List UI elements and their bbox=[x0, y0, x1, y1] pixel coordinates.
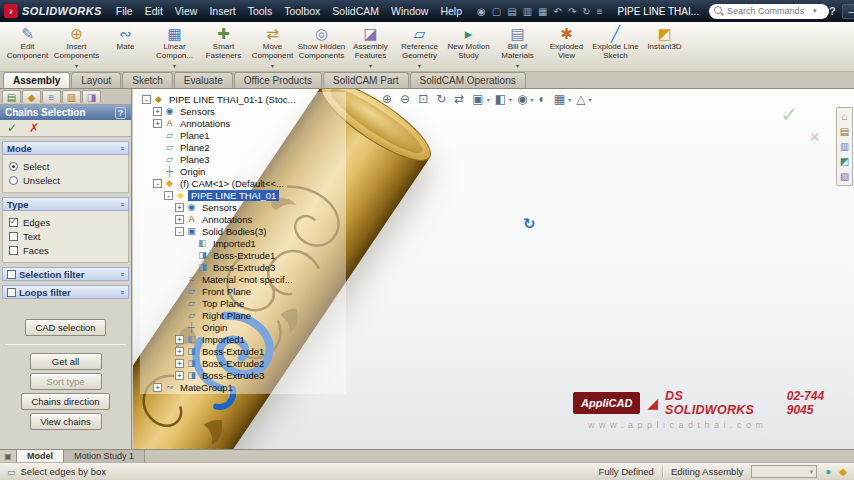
toolbar-button[interactable]: ✚ Smart Fasteners bbox=[199, 24, 248, 70]
toolbar-button[interactable]: ✱ Exploded View bbox=[542, 24, 591, 70]
redo-icon[interactable]: ↷ bbox=[565, 6, 579, 17]
panel-help-icon[interactable]: ? bbox=[115, 107, 126, 119]
radio-option[interactable]: Unselect bbox=[9, 173, 122, 187]
design-library-icon[interactable]: ▤ bbox=[840, 126, 849, 137]
mode-section-header[interactable]: Mode » bbox=[2, 141, 129, 155]
tree-item[interactable]: ▱ Right Plane bbox=[140, 309, 346, 321]
display-status-icon[interactable]: ● bbox=[825, 466, 831, 477]
hide-show-items-icon[interactable]: ◉ bbox=[514, 92, 530, 106]
tree-item[interactable]: ┼ Origin bbox=[140, 165, 346, 177]
tree-item[interactable]: ┼ Origin bbox=[140, 321, 346, 333]
dropdown-arrow-icon[interactable]: ▾ bbox=[271, 62, 274, 69]
graphics-viewport[interactable]: ⊕ ⊖ ⊡ ↻ bbox=[133, 89, 854, 449]
toolbar-button[interactable]: ▤ Bill of Materials ▾ bbox=[493, 24, 542, 70]
tree-expander-icon[interactable]: + bbox=[175, 371, 184, 380]
zoom-out-icon[interactable]: ⊖ bbox=[397, 92, 413, 106]
tree-item[interactable]: + A Annotations bbox=[140, 117, 346, 129]
configurationmanager-tab-icon[interactable]: ≡ bbox=[42, 90, 61, 103]
tree-item[interactable]: + ◨ Boss-Extrude1 bbox=[140, 345, 346, 357]
toolbar-button[interactable]: ▸ New Motion Study bbox=[444, 24, 493, 70]
tree-expander-icon[interactable]: + bbox=[153, 107, 162, 116]
tree-item[interactable]: ≡ Material <not specif... bbox=[140, 273, 346, 285]
checkbox-icon[interactable] bbox=[9, 232, 18, 241]
confirmation-corner-cancel-icon[interactable]: × bbox=[809, 127, 820, 148]
tree-item[interactable]: - ▣ Solid Bodies(3) bbox=[140, 225, 346, 237]
tree-item[interactable]: ◨ Boss-Extrude3 bbox=[140, 261, 346, 273]
menu-item[interactable]: Insert bbox=[203, 2, 241, 20]
search-input[interactable] bbox=[727, 6, 813, 16]
ribbon-tab[interactable]: Layout bbox=[71, 72, 121, 88]
radio-icon[interactable] bbox=[9, 176, 18, 185]
tree-expander-icon[interactable]: - bbox=[153, 179, 162, 188]
tree-item[interactable]: ▱ Front Plane bbox=[140, 285, 346, 297]
filter-section-header[interactable]: Loops filter » bbox=[2, 285, 129, 299]
filter-checkbox[interactable] bbox=[7, 288, 16, 297]
save-icon[interactable]: ▥ bbox=[520, 6, 535, 17]
search-box[interactable]: ▾ bbox=[709, 4, 829, 19]
display-style-icon[interactable]: ◧ bbox=[492, 92, 509, 106]
zoom-fit-icon[interactable]: ⊡ bbox=[415, 92, 431, 106]
tree-expander-icon[interactable]: - bbox=[142, 95, 151, 104]
menu-item[interactable]: Toolbox bbox=[278, 2, 326, 20]
toolbar-button[interactable]: ∾ Mate bbox=[101, 24, 150, 70]
ribbon-tab[interactable]: Evaluate bbox=[174, 72, 233, 88]
tree-item[interactable]: ▱ Plane3 bbox=[140, 153, 346, 165]
tree-item[interactable]: ◧ Imported1 bbox=[140, 237, 346, 249]
tree-item[interactable]: ▱ Plane1 bbox=[140, 129, 346, 141]
new-document-icon[interactable]: ▢ bbox=[489, 6, 504, 17]
toolbar-button[interactable]: ◩ Instant3D bbox=[640, 24, 689, 70]
tree-item[interactable]: ▱ Top Plane bbox=[140, 297, 346, 309]
pin-icon[interactable]: ◉ bbox=[474, 6, 489, 17]
rotate-view-icon[interactable]: ↻ bbox=[433, 92, 449, 106]
custom-properties-icon[interactable]: ▧ bbox=[840, 171, 849, 182]
edit-appearance-icon[interactable]: ◐ bbox=[536, 92, 549, 106]
document-tab[interactable]: Motion Study 1 bbox=[64, 450, 145, 462]
ribbon-tab[interactable]: SolidCAM Operations bbox=[410, 72, 526, 88]
checkbox-option[interactable]: Edges bbox=[9, 215, 122, 229]
menu-item[interactable]: View bbox=[169, 2, 204, 20]
zoom-in-icon[interactable]: ⊕ bbox=[379, 92, 395, 106]
tree-expander-icon[interactable]: + bbox=[175, 359, 184, 368]
tree-expander-icon[interactable]: + bbox=[175, 335, 184, 344]
tree-item[interactable]: - ◆ PIPE LINE THAI_01-1 (Stoc... bbox=[140, 93, 346, 105]
panel-button[interactable]: Sort type bbox=[30, 373, 102, 390]
filter-checkbox[interactable] bbox=[7, 270, 16, 279]
confirmation-corner-ok-icon[interactable]: ✓ bbox=[780, 103, 798, 127]
toolbar-button[interactable]: ▱ Reference Geometry ▾ bbox=[395, 24, 444, 70]
print-icon[interactable]: ▦ bbox=[535, 6, 550, 17]
checkbox-icon[interactable] bbox=[9, 218, 18, 227]
displaymanager-tab-icon[interactable]: ◨ bbox=[82, 90, 101, 103]
ribbon-tab[interactable]: Sketch bbox=[122, 72, 173, 88]
cancel-button[interactable]: ✗ bbox=[29, 121, 39, 135]
undo-icon[interactable]: ↶ bbox=[551, 6, 565, 17]
search-dropdown-icon[interactable]: ▾ bbox=[813, 7, 817, 15]
tree-item[interactable]: + ◉ Sensors bbox=[140, 201, 346, 213]
menu-item[interactable]: Edit bbox=[139, 2, 169, 20]
resources-icon[interactable]: ⌂ bbox=[841, 111, 847, 122]
menu-item[interactable]: Window bbox=[385, 2, 434, 20]
tab-options-icon[interactable]: ▣ bbox=[0, 450, 17, 462]
dropdown-arrow-icon[interactable]: ▾ bbox=[516, 62, 519, 69]
quick-tips-icon[interactable]: ◆ bbox=[839, 466, 847, 477]
view-orientation-icon[interactable]: ▣ bbox=[469, 92, 486, 106]
panel-button[interactable]: Chains direction bbox=[21, 393, 109, 410]
dropdown-arrow-icon[interactable]: ▾ bbox=[418, 62, 421, 69]
checkbox-option[interactable]: Text bbox=[9, 229, 122, 243]
propertymanager-tab-icon[interactable]: ◆ bbox=[22, 90, 41, 103]
tree-item[interactable]: + ◨ Boss-Extrude2 bbox=[140, 357, 346, 369]
radio-icon[interactable] bbox=[9, 162, 18, 171]
tree-expander-icon[interactable]: + bbox=[175, 347, 184, 356]
menu-item[interactable]: File bbox=[110, 2, 139, 20]
dropdown-arrow-icon[interactable]: ▾ bbox=[369, 62, 372, 69]
tree-item[interactable]: + ◨ Boss-Extrude3 bbox=[140, 369, 346, 381]
dropdown-arrow-icon[interactable]: ▾ bbox=[173, 62, 176, 69]
ok-button[interactable]: ✓ bbox=[7, 121, 17, 135]
tree-item[interactable]: + ◧ Imported1 bbox=[140, 333, 346, 345]
tree-item[interactable]: + A Annotations bbox=[140, 213, 346, 225]
status-dropdown[interactable]: ▾ bbox=[751, 465, 817, 478]
dimxpert-tab-icon[interactable]: ▥ bbox=[62, 90, 81, 103]
tree-item[interactable]: - ◆ (f) CAM<1> (Default<<... bbox=[140, 177, 346, 189]
tree-expander-icon[interactable]: + bbox=[153, 119, 162, 128]
ribbon-tab[interactable]: SolidCAM Part bbox=[323, 72, 409, 88]
options-icon[interactable]: ≡ bbox=[594, 6, 606, 17]
